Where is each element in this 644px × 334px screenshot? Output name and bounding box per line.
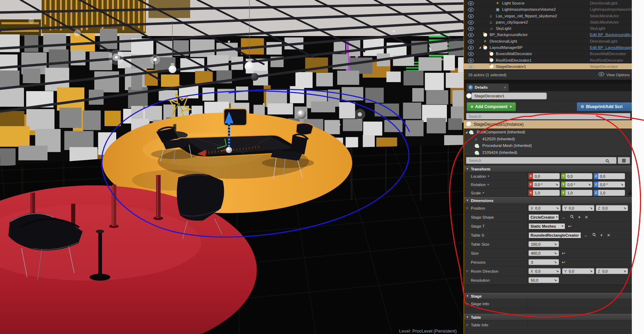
outliner-row[interactable]: BP_BackgroundActorEdit BP_BackgroundAc (464, 32, 632, 38)
visibility-eye-icon[interactable] (468, 58, 474, 62)
drag-handle-icon[interactable]: ↘ (554, 261, 557, 264)
outliner-row[interactable]: ⌂pano_citySquare2StaticMeshActor (464, 19, 632, 25)
location-y-field[interactable]: 0,0 (566, 173, 592, 179)
drag-handle-icon[interactable]: ↘ (554, 279, 557, 282)
clear-icon[interactable]: ✕ (605, 233, 612, 238)
stage-t-dropdown[interactable]: Static Meshes▾ (528, 223, 565, 229)
scale-x-field[interactable]: 1,0 (533, 190, 560, 196)
component-row[interactable]: Procedural Mesh (Inherited) (464, 142, 632, 149)
drag-handle-icon[interactable]: ↘ (555, 183, 558, 186)
drag-handle-icon[interactable]: ↘ (620, 183, 623, 186)
expand-arrow-icon[interactable]: ▷ (466, 302, 469, 305)
outliner-row[interactable]: ◢LayoutManagerBPEdit BP_LayoutManage (464, 44, 632, 51)
reset-to-default-icon[interactable]: ↩ (560, 251, 565, 256)
drag-handle-icon[interactable]: ↘ (554, 252, 557, 255)
drag-handle-icon[interactable]: ↘ (588, 183, 591, 186)
instance-row[interactable]: StageDecorator1(Instance) (464, 120, 632, 129)
outliner-row[interactable]: ☼SkyLightSkyLight (464, 25, 632, 32)
expander-icon[interactable]: ◢ (479, 44, 481, 51)
drag-handle-icon[interactable]: ↘ (623, 206, 626, 210)
clear-icon[interactable]: ✕ (583, 215, 590, 220)
tab-details[interactable]: i Details ✕ (466, 84, 509, 91)
actor-name-field[interactable] (471, 93, 547, 99)
table-s-dropdown[interactable]: RoundedRectangleCreator▾ (528, 232, 581, 238)
drag-handle-icon[interactable]: ↘ (590, 270, 592, 273)
outliner-row[interactable]: RoofGridDecorator1RoofGridDecorator (464, 57, 632, 63)
visibility-eye-icon[interactable] (468, 7, 474, 11)
chevron-down-icon[interactable]: ▾ (488, 183, 489, 186)
room-direction-y-field[interactable]: Y0,0↘ (562, 268, 594, 274)
close-icon[interactable]: ✕ (504, 86, 507, 89)
browse-icon[interactable] (591, 233, 598, 238)
size-field[interactable]: 400,0↘ (528, 250, 559, 256)
outliner-row[interactable]: ▣LightmassImportanceVolume2LightmassImpo… (464, 6, 632, 12)
chevron-down-icon[interactable]: ▾ (483, 191, 484, 194)
scale-y-field[interactable]: 1,0 (566, 190, 592, 196)
3d-viewport[interactable]: Level: ProcLevel (Persistent) (0, 0, 465, 334)
visibility-eye-icon[interactable] (468, 26, 474, 30)
outliner-row[interactable]: ☀Light SourceDirectionalLight (464, 0, 632, 6)
table-size-field[interactable]: 150,0↘ (528, 241, 559, 247)
resolution-field[interactable]: 50,0↘ (528, 277, 559, 283)
section-stage[interactable]: ▼ Stage (464, 293, 632, 299)
visibility-eye-icon[interactable] (468, 14, 474, 18)
component-row[interactable]: 2105424 (Inherited) (464, 149, 632, 156)
position-z-field[interactable]: Z0,0↘ (596, 205, 628, 211)
drag-handle-icon[interactable]: ↘ (556, 206, 559, 210)
rotation-y-field[interactable]: 0,0 °↘ (566, 182, 592, 187)
rotation-z-field[interactable]: 0,0 °↘ (598, 182, 625, 187)
drag-handle-icon[interactable]: ↘ (623, 270, 626, 273)
position-y-field[interactable]: Y0,0↘ (562, 205, 594, 211)
component-search-input[interactable] (466, 113, 630, 120)
outliner-row[interactable]: ☀DirectionalLightDirectionalLight (464, 38, 632, 44)
outliner-row[interactable]: BoxesWallDecoratorBoxesWallDecorator (464, 51, 632, 57)
drag-handle-icon[interactable]: ↘ (554, 243, 557, 246)
drag-handle-icon[interactable]: ↘ (556, 270, 559, 273)
component-row[interactable]: ⌂412520 (Inherited) (464, 136, 632, 143)
visibility-eye-icon[interactable] (468, 1, 474, 5)
visibility-eye-icon[interactable] (468, 45, 474, 50)
edit-blueprint-link[interactable]: Edit BP_LayoutManage (590, 44, 632, 51)
blueprint-add-script-button[interactable]: ⚙ Blueprint/Add Scri (577, 102, 632, 111)
location-x-field[interactable]: 0,0 (533, 173, 560, 179)
drag-handle-icon[interactable]: ↘ (590, 206, 592, 210)
location-z-field[interactable]: 0,0 (598, 173, 625, 179)
room-direction-z-field[interactable]: Z0,0↘ (596, 268, 628, 274)
edit-blueprint-link[interactable]: Edit BP_BackgroundAc (590, 32, 632, 38)
browse-icon[interactable] (569, 215, 575, 220)
section-dimensions[interactable]: ▼ Dimensions (464, 197, 632, 204)
stage-shape-dropdown[interactable]: CircleCreator▾ (528, 214, 559, 220)
expand-arrow-icon[interactable]: ▷ (466, 206, 469, 210)
rotation-x-field[interactable]: 0,0 °↘ (533, 182, 560, 187)
chevron-down-icon[interactable]: ▾ (488, 175, 489, 178)
property-search-input[interactable] (466, 157, 617, 164)
expand-arrow-icon[interactable]: ▷ (466, 323, 469, 326)
room-direction-x-field[interactable]: X0,0↘ (528, 268, 561, 274)
visibility-eye-icon[interactable] (468, 64, 474, 69)
viewport-scene[interactable] (0, 0, 464, 334)
use-selected-icon[interactable]: ← (560, 215, 567, 220)
section-transform[interactable]: ▼ Transform (464, 166, 632, 172)
persons-field[interactable]: 3↘ (528, 259, 559, 265)
expander-icon[interactable]: ◢ (465, 129, 467, 136)
view-options-button[interactable]: View Options (598, 70, 630, 80)
section-table[interactable]: ▼ Table (464, 314, 632, 320)
outliner-row[interactable]: ⌂Las_vegas_old_flipped_skydome2StaticMes… (464, 13, 632, 19)
visibility-eye-icon[interactable] (468, 39, 474, 43)
outliner-row[interactable]: StageDecorator1StageDecorator (464, 63, 632, 70)
position-x-field[interactable]: X0,0↘ (528, 205, 561, 211)
expand-arrow-icon[interactable]: ▷ (466, 269, 469, 273)
visibility-eye-icon[interactable] (468, 52, 474, 56)
grid-view-button[interactable]: ▦ (618, 157, 630, 164)
reset-to-default-icon[interactable]: ↩ (567, 224, 571, 229)
unlock-icon[interactable] (628, 192, 632, 195)
add-component-button[interactable]: + Add Component ▼ (467, 102, 516, 111)
component-row[interactable]: ◢RootComponent (Inherited) (464, 129, 632, 136)
add-icon[interactable]: + (599, 233, 604, 238)
visibility-eye-icon[interactable] (468, 33, 474, 37)
visibility-eye-icon[interactable] (468, 20, 474, 24)
reset-to-default-icon[interactable]: ↩ (560, 260, 565, 265)
scale-z-field[interactable]: 1,0 (598, 190, 625, 196)
use-selected-icon[interactable]: ← (583, 233, 590, 238)
add-icon[interactable]: + (577, 215, 582, 220)
